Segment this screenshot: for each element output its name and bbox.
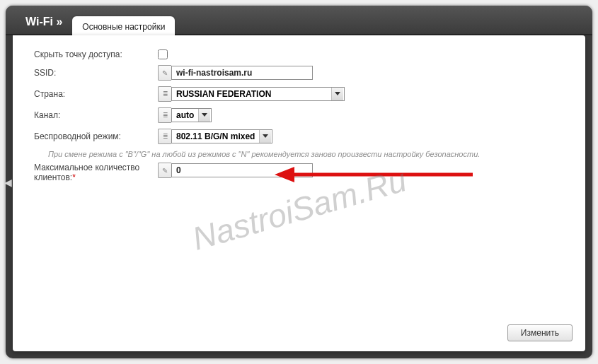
apply-button[interactable]: Изменить: [507, 324, 573, 341]
ssid-input[interactable]: [171, 66, 313, 80]
router-panel: ◀ Wi-Fi » Основные настройки Скрыть точк…: [6, 6, 592, 358]
list-icon: ≣: [158, 107, 171, 123]
max-clients-input[interactable]: [171, 163, 313, 177]
chevron-down-icon: [259, 130, 271, 143]
label-ssid: SSID:: [34, 68, 158, 78]
label-country: Страна:: [34, 89, 158, 99]
mode-hint: При смене режима с "B"/"G" на любой из р…: [48, 150, 570, 158]
svg-marker-0: [335, 92, 340, 95]
country-select[interactable]: RUSSIAN FEDERATION: [171, 87, 345, 101]
edit-icon: ✎: [158, 65, 171, 81]
label-hide-ap: Скрыть точку доступа:: [34, 49, 158, 59]
label-channel: Канал:: [34, 110, 158, 120]
chevron-down-icon: [331, 88, 343, 100]
wireless-mode-select[interactable]: 802.11 B/G/N mixed: [171, 129, 272, 143]
label-wireless-mode: Беспроводной режим:: [34, 131, 158, 141]
chevron-down-icon: [198, 109, 210, 122]
list-icon: ≣: [158, 86, 171, 102]
svg-marker-2: [263, 134, 268, 138]
label-max-clients: Максимальное количество клиентов:*: [34, 163, 158, 182]
channel-select[interactable]: auto: [171, 108, 212, 122]
required-asterisk: *: [72, 172, 76, 182]
list-icon: ≣: [158, 129, 171, 144]
collapse-arrow-icon: ◀: [4, 177, 12, 188]
panel-header: Wi-Fi » Основные настройки: [6, 6, 592, 35]
edit-icon: ✎: [158, 163, 171, 178]
breadcrumb[interactable]: Wi-Fi »: [6, 16, 72, 35]
hide-ap-checkbox[interactable]: [158, 49, 168, 59]
svg-marker-1: [202, 113, 207, 117]
settings-form: Скрыть точку доступа: SSID: ✎ Страна: ≣: [13, 35, 585, 351]
tab-basic-settings[interactable]: Основные настройки: [72, 16, 175, 36]
